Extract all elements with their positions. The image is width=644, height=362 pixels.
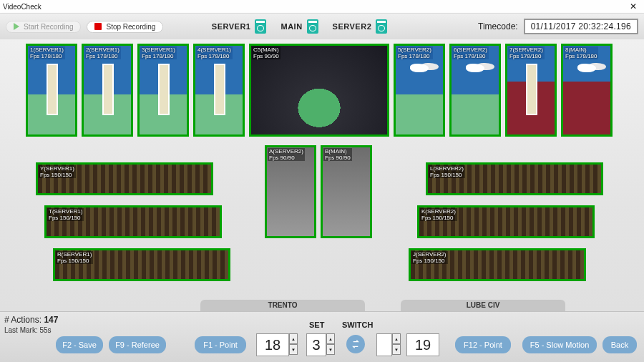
camera-feed-j[interactable]: J(SERVER2)Fps 150/150	[409, 248, 586, 281]
server2-status: SERVER2	[333, 19, 388, 34]
f2-save-button[interactable]: F2 - Save	[56, 336, 103, 353]
camera-feed-a[interactable]: A(SERVER2)Fps 90/90	[265, 145, 316, 238]
feed-header: B(MAIN)Fps 90/90	[323, 148, 352, 161]
timecode-value: 01/11/2017 20:32:24.196	[524, 19, 638, 34]
camera-feed-l[interactable]: L(SERVER2)Fps 150/150	[426, 162, 603, 195]
camera-feed-y[interactable]: Y(SERVER1)Fps 150/150	[36, 162, 213, 195]
feed-header: 1(SERVER1)Fps 178/180	[29, 47, 65, 59]
server-icon	[307, 19, 318, 34]
back-button[interactable]: Back	[602, 336, 637, 353]
score-right: 19	[406, 333, 439, 356]
camera-feed-4[interactable]: 4(SERVER1)Fps 178/180	[193, 44, 245, 137]
server-icon	[255, 19, 266, 34]
main-label: MAIN	[280, 22, 302, 31]
app-title: VideoCheck	[3, 3, 42, 11]
feed-header: 7(SERVER2)Fps 178/180	[508, 47, 545, 59]
server2-label: SERVER2	[333, 22, 372, 31]
play-icon	[14, 23, 19, 30]
set-label: SET	[309, 321, 324, 329]
swap-icon	[350, 338, 361, 350]
title-bar: VideoCheck ✕	[0, 0, 644, 14]
start-recording-button[interactable]: Start Recording	[6, 21, 81, 33]
feed-header: 3(SERVER1)Fps 178/180	[140, 47, 177, 59]
camera-feed-2[interactable]: 2(SERVER1)Fps 178/180	[82, 44, 133, 137]
camera-feed-6[interactable]: 6(SERVER2)Fps 178/180	[449, 44, 501, 137]
team-left-tab: TRENTO	[200, 300, 365, 311]
switch-spinner[interactable]: ▲▼	[392, 333, 401, 355]
camera-feed-b[interactable]: B(MAIN)Fps 90/90	[321, 145, 372, 238]
camera-feed-k[interactable]: K(SERVER2)Fps 150/150	[417, 205, 595, 238]
camera-feed-main[interactable]: C5(MAIN)Fps 90/90	[249, 44, 389, 137]
main-status: MAIN	[280, 19, 318, 34]
switch-button[interactable]	[346, 335, 365, 353]
server-status-group: SERVER1 MAIN SERVER2	[212, 19, 387, 34]
server1-status: SERVER1	[212, 19, 267, 34]
stop-recording-label: Stop Recording	[106, 23, 155, 31]
stop-recording-button[interactable]: Stop Recording	[87, 21, 163, 33]
f9-referee-button[interactable]: F9 - Referee	[109, 336, 166, 353]
feed-header: T(SERVER1)Fps 150/150	[47, 208, 84, 221]
set-spinner[interactable]: ▲▼	[326, 333, 335, 355]
actions-label: # Actions:	[4, 315, 42, 325]
server-icon	[376, 19, 387, 34]
feed-header: L(SERVER2)Fps 150/150	[429, 165, 465, 178]
f12-point-button[interactable]: F12 - Point	[455, 336, 511, 353]
close-icon[interactable]: ✕	[625, 1, 641, 11]
camera-feed-7[interactable]: 7(SERVER2)Fps 178/180	[505, 44, 557, 137]
feed-header: 6(SERVER2)Fps 178/180	[452, 47, 489, 59]
feed-header: 2(SERVER1)Fps 178/180	[84, 47, 121, 59]
camera-grid: 1(SERVER1)Fps 178/180 2(SERVER1)Fps 178/…	[0, 39, 644, 311]
timecode-label: Timecode:	[478, 21, 518, 31]
camera-feed-8[interactable]: 8(MAIN)Fps 178/180	[561, 44, 613, 137]
score-left-spinner[interactable]: ▲▼	[289, 333, 298, 355]
feed-header: K(SERVER2)Fps 150/150	[420, 208, 457, 221]
feed-header: 8(MAIN)Fps 178/180	[564, 47, 598, 59]
feed-header: A(SERVER2)Fps 90/90	[268, 148, 305, 161]
feed-header: Y(SERVER1)Fps 150/150	[39, 165, 76, 178]
status-info: # Actions: 147 Last Mark: 55s	[4, 315, 58, 335]
toolbar: Start Recording Stop Recording SERVER1 M…	[0, 14, 644, 39]
stop-icon	[94, 23, 102, 30]
feed-header: C5(MAIN)Fps 90/90	[252, 47, 280, 59]
camera-feed-1[interactable]: 1(SERVER1)Fps 178/180	[26, 44, 77, 137]
feed-header: J(SERVER2)Fps 150/150	[411, 251, 448, 264]
camera-feed-t[interactable]: T(SERVER1)Fps 150/150	[44, 205, 222, 238]
f1-point-button[interactable]: F1 - Point	[195, 336, 246, 353]
camera-feed-3[interactable]: 3(SERVER1)Fps 178/180	[137, 44, 189, 137]
set-number: 3	[306, 333, 326, 356]
camera-feed-5[interactable]: 5(SERVER2)Fps 178/180	[394, 44, 445, 137]
last-mark: Last Mark: 55s	[4, 326, 52, 334]
team-right-tab: LUBE CIV	[401, 300, 565, 311]
score-left: 18	[256, 333, 289, 356]
f5-slowmotion-button[interactable]: F5 - Slow Motion	[522, 336, 597, 353]
actions-count: 147	[44, 315, 58, 325]
start-recording-label: Start Recording	[24, 23, 73, 31]
switch-box	[376, 333, 392, 356]
switch-label: SWITCH	[342, 321, 373, 329]
feed-header: R(SERVER1)Fps 150/150	[56, 251, 93, 264]
camera-feed-r[interactable]: R(SERVER1)Fps 150/150	[53, 248, 230, 281]
feed-header: 4(SERVER1)Fps 178/180	[196, 47, 233, 59]
server1-label: SERVER1	[212, 22, 251, 31]
feed-header: 5(SERVER2)Fps 178/180	[396, 47, 433, 59]
bottom-panel: # Actions: 147 Last Mark: 55s F2 - Save …	[0, 311, 644, 362]
